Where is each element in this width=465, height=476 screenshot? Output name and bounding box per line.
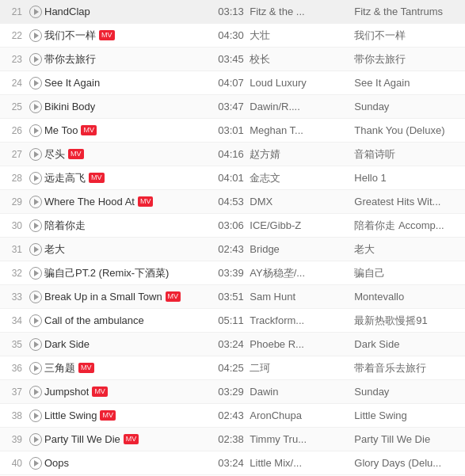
- track-artist[interactable]: Meghan T...: [250, 124, 354, 136]
- track-duration: 03:47: [218, 101, 250, 112]
- play-button[interactable]: [27, 77, 44, 89]
- track-duration: 03:24: [218, 338, 250, 350]
- mv-badge[interactable]: MV: [89, 173, 105, 183]
- track-artist[interactable]: 赵方婧: [250, 147, 354, 162]
- track-title[interactable]: Bikini Body: [44, 101, 218, 112]
- play-button[interactable]: [27, 457, 44, 470]
- track-album[interactable]: Glory Days (Delu...: [354, 457, 462, 469]
- play-button[interactable]: [27, 386, 44, 398]
- track-title[interactable]: 老大: [44, 242, 218, 257]
- track-title[interactable]: 三角题MV: [44, 361, 218, 375]
- track-artist[interactable]: 校长: [250, 52, 354, 67]
- track-artist[interactable]: Dawin: [250, 386, 354, 398]
- mv-badge[interactable]: MV: [138, 196, 154, 207]
- track-album[interactable]: 骗自己: [354, 266, 462, 280]
- track-title[interactable]: Break Up in a Small TownMV: [44, 291, 218, 303]
- mv-badge[interactable]: MV: [124, 434, 139, 444]
- track-title[interactable]: JumpshotMV: [44, 386, 218, 398]
- track-album[interactable]: Fitz & the Tantrums: [354, 6, 462, 17]
- track-album[interactable]: 老大: [354, 242, 462, 257]
- track-artist[interactable]: Loud Luxury: [250, 77, 354, 89]
- track-album[interactable]: 我们不一样: [354, 29, 462, 43]
- track-duration: 03:51: [218, 291, 250, 303]
- track-title[interactable]: Where The Hood AtMV: [44, 196, 218, 208]
- track-title[interactable]: 带你去旅行: [44, 52, 218, 67]
- track-artist[interactable]: Phoebe R...: [250, 338, 354, 350]
- track-album[interactable]: Montevallo: [354, 291, 462, 303]
- play-button[interactable]: [27, 124, 44, 137]
- play-button[interactable]: [27, 243, 44, 256]
- track-artist[interactable]: Dawin/R....: [250, 101, 354, 112]
- play-button[interactable]: [27, 101, 44, 113]
- track-artist[interactable]: 大壮: [250, 29, 354, 43]
- play-button[interactable]: [27, 219, 44, 232]
- track-artist[interactable]: Sam Hunt: [250, 291, 354, 303]
- track-title[interactable]: 远走高飞MV: [44, 171, 218, 185]
- track-number: 38: [3, 410, 27, 421]
- track-number: 37: [3, 387, 27, 398]
- play-button[interactable]: [27, 314, 44, 327]
- track-number: 30: [3, 220, 27, 231]
- track-title[interactable]: 陪着你走: [44, 219, 218, 233]
- track-title[interactable]: See It Again: [44, 77, 218, 89]
- track-album[interactable]: Party Till We Die: [354, 433, 462, 445]
- play-button[interactable]: [27, 291, 44, 303]
- play-button[interactable]: [27, 362, 44, 375]
- play-button[interactable]: [27, 148, 44, 161]
- track-album[interactable]: Thank You (Deluxe): [354, 124, 462, 136]
- track-duration: 03:01: [218, 124, 250, 136]
- track-title[interactable]: Party Till We DieMV: [44, 433, 218, 445]
- mv-badge[interactable]: MV: [68, 149, 84, 159]
- track-artist[interactable]: Timmy Tru...: [250, 433, 354, 445]
- play-button[interactable]: [27, 29, 44, 42]
- track-title[interactable]: 我们不一样MV: [44, 29, 218, 43]
- track-title[interactable]: HandClap: [44, 6, 218, 17]
- play-button[interactable]: [27, 409, 44, 422]
- play-button[interactable]: [27, 172, 44, 185]
- track-title[interactable]: Call of the ambulance: [44, 314, 218, 326]
- play-button[interactable]: [27, 338, 44, 351]
- track-title-text: 陪着你走: [44, 219, 86, 233]
- track-artist[interactable]: 二珂: [250, 361, 354, 375]
- track-number: 28: [3, 173, 27, 184]
- mv-badge[interactable]: MV: [92, 387, 108, 397]
- track-artist[interactable]: AronChupa: [250, 409, 354, 421]
- mv-badge[interactable]: MV: [99, 30, 115, 40]
- track-artist[interactable]: Trackform...: [250, 314, 354, 326]
- play-button[interactable]: [27, 53, 44, 66]
- track-album[interactable]: Sunday: [354, 386, 462, 398]
- track-album[interactable]: 最新热歌慢摇91: [354, 314, 462, 328]
- track-artist[interactable]: Bridge: [250, 243, 354, 255]
- track-title[interactable]: Me TooMV: [44, 124, 218, 136]
- track-album[interactable]: 带你去旅行: [354, 52, 462, 67]
- track-artist[interactable]: ICE/Gibb-Z: [250, 219, 354, 231]
- track-title[interactable]: Little SwingMV: [44, 409, 218, 421]
- track-album[interactable]: Dark Side: [354, 338, 462, 350]
- track-album[interactable]: Hello 1: [354, 172, 462, 184]
- track-title[interactable]: 尽头MV: [44, 147, 218, 162]
- track-album[interactable]: See It Again: [354, 77, 462, 89]
- play-button[interactable]: [27, 6, 44, 18]
- track-artist[interactable]: 金志文: [250, 171, 354, 185]
- track-album[interactable]: 带着音乐去旅行: [354, 361, 462, 375]
- track-album[interactable]: Greatest Hits Wit...: [354, 196, 462, 208]
- track-title[interactable]: 骗自己PT.2 (Remix-下酒菜): [44, 266, 218, 280]
- play-button[interactable]: [27, 267, 44, 280]
- play-button[interactable]: [27, 433, 44, 446]
- mv-badge[interactable]: MV: [81, 125, 97, 135]
- mv-badge[interactable]: MV: [100, 410, 116, 421]
- mv-badge[interactable]: MV: [78, 363, 94, 373]
- track-artist[interactable]: Fitz & the ...: [250, 6, 354, 17]
- mv-badge[interactable]: MV: [166, 291, 181, 302]
- track-album[interactable]: Little Swing: [354, 409, 462, 421]
- track-album[interactable]: Sunday: [354, 101, 462, 112]
- track-artist[interactable]: DMX: [250, 196, 354, 208]
- track-title[interactable]: Dark Side: [44, 338, 218, 350]
- track-duration: 03:45: [218, 53, 250, 65]
- track-artist[interactable]: AY杨稳垄/...: [250, 266, 354, 280]
- track-artist[interactable]: Little Mix/...: [250, 457, 354, 469]
- play-button[interactable]: [27, 196, 44, 208]
- track-title[interactable]: Oops: [44, 457, 218, 469]
- track-album[interactable]: 音箱诗听: [354, 147, 462, 162]
- track-album[interactable]: 陪着你走 Accomp...: [354, 219, 462, 233]
